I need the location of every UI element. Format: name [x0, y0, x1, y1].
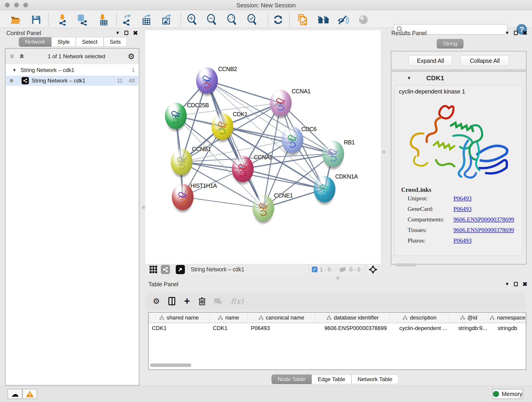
panel-menu-icon[interactable]: ▼	[505, 30, 509, 36]
home-networks-icon[interactable]	[317, 14, 330, 25]
open-file-icon[interactable]	[9, 14, 22, 25]
network-options-gear-icon[interactable]: ⚙	[128, 52, 135, 61]
string-import-icon[interactable]	[297, 14, 309, 25]
toolbar-separator	[181, 13, 181, 26]
node-CCNA1[interactable]	[270, 90, 292, 116]
network-row-selected[interactable]: String Network – cdk1 11 48	[6, 76, 138, 86]
crosslink-link[interactable]: P06493	[453, 195, 472, 202]
node-RB1[interactable]	[322, 141, 344, 167]
edge-CCNE1-HIST1H1A[interactable]	[183, 197, 263, 208]
create-column-icon[interactable]: +	[184, 298, 190, 305]
delete-column-icon[interactable]	[199, 297, 206, 305]
cell-database-identifier[interactable]: 9606.ENSP00000378699	[315, 323, 390, 333]
selected-checkbox-icon[interactable]: ✓	[312, 267, 317, 272]
network-view-icon[interactable]	[161, 265, 170, 274]
refresh-layout-icon[interactable]	[272, 14, 285, 25]
column-header-database-identifier[interactable]: database identifier	[315, 313, 390, 323]
node-CDKN1A[interactable]	[314, 176, 336, 202]
show-columns-icon[interactable]	[168, 297, 175, 305]
export-network-icon[interactable]	[120, 14, 133, 25]
edge-CCNB2-CCNA1[interactable]	[207, 80, 281, 103]
memory-status-icon	[493, 391, 499, 397]
tab-sets[interactable]: Sets	[104, 37, 127, 47]
tab-edge-table[interactable]: Edge Table	[312, 375, 351, 384]
collapse-triangle-icon[interactable]: ▼	[12, 68, 17, 73]
crosslink-link[interactable]: 9606.ENSP00000378699	[453, 227, 514, 234]
node-CCNB1[interactable]	[171, 149, 192, 175]
crosslink-link[interactable]: 9606.ENSP00000378699	[453, 216, 514, 223]
birdseye-toggle-icon[interactable]	[357, 14, 370, 25]
crosslink-link[interactable]: P06493	[453, 237, 472, 244]
tab-string[interactable]: String	[437, 39, 463, 49]
zoom-in-icon[interactable]	[186, 14, 199, 25]
export-image-icon[interactable]	[160, 14, 173, 25]
cell-canonical-name[interactable]: P06493	[248, 323, 315, 333]
results-hscrollbar[interactable]	[396, 263, 416, 267]
network-canvas[interactable]: CCNB2CCNA1CDC25BCDK1CDC6RB1CCNB1CCNA2CDK…	[145, 30, 381, 264]
tab-node-table[interactable]: Node Table	[272, 375, 312, 384]
collapse-all-button[interactable]: Collapse All	[461, 56, 509, 66]
column-header-description[interactable]: description	[390, 313, 449, 323]
tab-network-table[interactable]: Network Table	[351, 375, 399, 384]
detach-view-icon[interactable]	[176, 265, 185, 274]
edge-CCNA2-CDKN1A[interactable]	[243, 169, 324, 189]
panel-close-icon[interactable]: ✖	[522, 31, 527, 35]
column-header-canonical-name[interactable]: canonical name	[248, 313, 315, 323]
network-collection-row[interactable]: ▼ String Network – cdk1 1	[6, 65, 138, 75]
cell-description[interactable]: cyclin-dependent ...	[390, 323, 449, 333]
tab-network[interactable]: Network	[19, 37, 51, 47]
import-network-database-icon[interactable]	[75, 14, 88, 25]
panel-float-icon[interactable]	[124, 31, 128, 35]
expand-all-icon[interactable]	[9, 53, 16, 60]
node-CDC25B[interactable]	[165, 103, 187, 129]
column-header-name[interactable]: name	[210, 313, 248, 323]
expand-all-button[interactable]: Expand All	[409, 56, 452, 66]
bottom-splitter-grip[interactable]	[336, 276, 340, 280]
right-splitter-grip[interactable]	[382, 150, 385, 153]
panel-close-icon[interactable]: ✖	[522, 282, 527, 287]
cell-name[interactable]: CDK1	[210, 323, 248, 333]
table-options-gear-icon[interactable]: ⚙	[153, 297, 160, 306]
cell-id[interactable]: stringdb:9...	[449, 323, 488, 333]
node-CDK1[interactable]	[211, 114, 233, 140]
node-CDC6[interactable]	[282, 127, 303, 153]
table-row[interactable]: CDK1CDK1P064939606.ENSP00000378699cyclin…	[149, 323, 526, 333]
zoom-out-icon[interactable]	[206, 14, 219, 25]
node-table[interactable]: shared namenamecanonical namedatabase id…	[148, 312, 526, 370]
column-header-id[interactable]: @id	[449, 313, 488, 323]
hidden-eye-icon	[339, 266, 347, 273]
zoom-fit-icon[interactable]	[226, 14, 239, 25]
panel-float-icon[interactable]	[514, 31, 518, 35]
panel-menu-icon[interactable]: ▼	[505, 281, 509, 287]
edge-CDK1-RB1[interactable]	[222, 127, 333, 154]
tab-style[interactable]: Style	[51, 37, 76, 47]
hide-unhide-icon[interactable]	[337, 14, 350, 25]
left-splitter-grip[interactable]	[142, 206, 145, 209]
memory-button[interactable]: Memory	[493, 389, 523, 399]
panel-menu-icon[interactable]: ▼	[115, 30, 120, 36]
zoom-selected-icon[interactable]	[246, 14, 259, 25]
cell-namespace[interactable]: stringdb	[488, 323, 526, 333]
node-CCNE1[interactable]	[253, 195, 274, 221]
import-network-file-icon[interactable]	[56, 14, 69, 25]
import-table-file-icon[interactable]	[96, 14, 109, 25]
column-header-shared-name[interactable]: shared name	[149, 313, 210, 323]
node-label-RB1: RB1	[344, 139, 355, 146]
tab-select[interactable]: Select	[76, 37, 104, 47]
fit-selected-crosshair-icon[interactable]	[368, 265, 378, 274]
table-hscrollbar[interactable]	[150, 364, 191, 367]
column-header-namespace[interactable]: namespace	[488, 313, 526, 323]
crosslink-link[interactable]: P06493	[453, 206, 472, 212]
node-CCNA2[interactable]	[232, 156, 254, 182]
node-CCNB2[interactable]	[196, 67, 218, 94]
panel-float-icon[interactable]	[514, 282, 518, 286]
section-collapse-triangle-icon[interactable]: ▼	[407, 76, 411, 81]
export-table-icon[interactable]	[140, 14, 152, 25]
cloud-status-button[interactable]: ☁	[7, 389, 22, 399]
collapse-all-icon[interactable]	[18, 53, 25, 60]
cell-shared-name[interactable]: CDK1	[149, 323, 210, 333]
warnings-button[interactable]	[22, 389, 37, 399]
panel-close-icon[interactable]: ✖	[133, 31, 138, 35]
save-session-icon[interactable]	[30, 14, 43, 25]
grid-view-icon[interactable]	[149, 265, 158, 274]
